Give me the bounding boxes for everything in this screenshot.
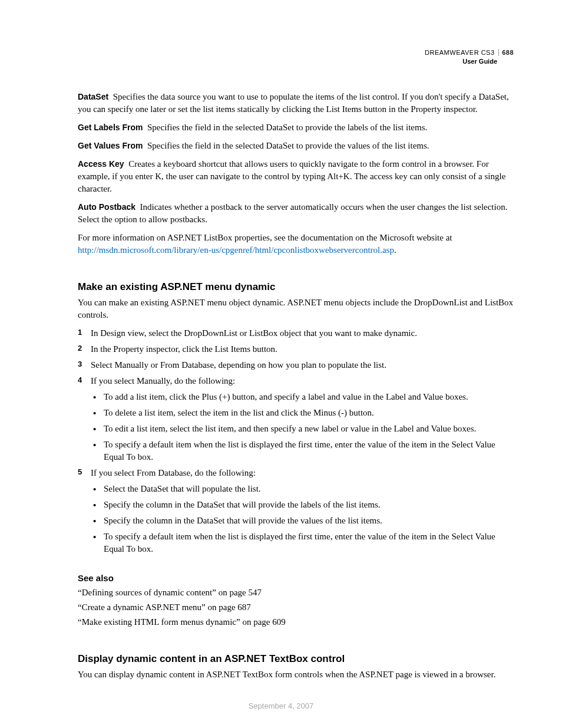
bullet-text: Specify the column in the DataSet that w… [104,500,380,509]
term-desc: Indicates whether a postback to the serv… [78,202,507,224]
step-text: If you select From Database, do the foll… [91,468,256,477]
msdn-link[interactable]: http://msdn.microsoft.com/library/en-us/… [78,245,394,255]
step-1: 1In Design view, select the DropDownList… [78,327,514,340]
header-subtitle: User Guide [425,57,497,66]
term-label: Access Key [78,159,124,169]
term-label: Auto Postback [78,202,135,212]
bullet-text: Select the DataSet that will populate th… [104,484,261,493]
term-label: Get Values From [78,141,143,150]
heading-textbox-control: Display dynamic content in an ASP.NET Te… [78,652,514,666]
section1-intro: You can make an existing ASP.NET menu ob… [78,297,514,321]
definition-access-key: Access Key Creates a keyboard shortcut t… [78,158,514,195]
bullet-text: To specify a default item when the list … [104,532,495,554]
heading-make-dynamic: Make an existing ASP.NET menu dynamic [78,280,514,294]
see-also-item: “Defining sources of dynamic content” on… [78,587,514,599]
product-name: DREAMWEAVER CS3 [425,49,495,56]
term-desc: Specifies the data source you want to us… [78,92,509,114]
more-info-tail: . [394,245,396,255]
document-page: DREAMWEAVER CS3 688 User Guide DataSet S… [0,0,562,728]
term-desc: Creates a keyboard shortcut that allows … [78,159,505,193]
step-text: In the Property inspector, click the Lis… [91,344,277,354]
definition-dataset: DataSet Specifies the data source you wa… [78,91,514,116]
footer-date: September 4, 2007 [0,701,562,711]
list-item: To specify a default item when the list … [91,531,514,555]
more-info-lead: For more information on ASP.NET ListBox … [78,233,452,242]
term-label: DataSet [78,92,108,101]
step-2: 2In the Property inspector, click the Li… [78,343,514,355]
manual-bullets: To add a list item, click the Plus (+) b… [91,391,514,463]
bullet-text: To add a list item, click the Plus (+) b… [104,392,468,401]
step-3: 3Select Manually or From Database, depen… [78,359,514,371]
list-item: Select the DataSet that will populate th… [91,483,514,495]
section2-intro: You can display dynamic content in ASP.N… [78,668,514,681]
list-item: To add a list item, click the Plus (+) b… [91,391,514,403]
see-also-item: “Create a dynamic ASP.NET menu” on page … [78,601,514,614]
database-bullets: Select the DataSet that will populate th… [91,483,514,555]
step-text: Select Manually or From Database, depend… [91,360,386,370]
step-5: 5If you select From Database, do the fol… [78,467,514,555]
definition-get-values-from: Get Values From Specifies the field in t… [78,140,514,152]
term-desc: Specifies the field in the selected Data… [147,123,427,132]
list-item: Specify the column in the DataSet that w… [91,499,514,511]
list-item: Specify the column in the DataSet that w… [91,515,514,527]
definition-auto-postback: Auto Postback Indicates whether a postba… [78,201,514,226]
list-item: To delete a list item, select the item i… [91,407,514,419]
term-desc: Specifies the field in the selected Data… [147,141,429,150]
list-item: To specify a default item when the list … [91,439,514,463]
bullet-text: To edit a list item, select the list ite… [104,424,476,433]
page-header: DREAMWEAVER CS3 688 User Guide [425,48,514,67]
page-number: 688 [498,49,514,56]
definition-get-labels-from: Get Labels From Specifies the field in t… [78,121,514,134]
step-4: 4If you select Manually, do the followin… [78,375,514,463]
term-label: Get Labels From [78,123,143,132]
step-text: If you select Manually, do the following… [91,376,235,386]
list-item: To edit a list item, select the list ite… [91,423,514,435]
heading-see-also: See also [78,572,514,584]
bullet-text: To delete a list item, select the item i… [104,408,374,417]
page-content: DataSet Specifies the data source you wa… [78,91,514,681]
numbered-steps: 1In Design view, select the DropDownList… [78,327,514,555]
step-text: In Design view, select the DropDownList … [91,328,417,338]
more-info-paragraph: For more information on ASP.NET ListBox … [78,232,514,256]
bullet-text: To specify a default item when the list … [104,440,495,462]
header-line-1: DREAMWEAVER CS3 688 [425,48,514,57]
bullet-text: Specify the column in the DataSet that w… [104,516,382,525]
see-also-item: “Make existing HTML form menus dynamic” … [78,616,514,628]
